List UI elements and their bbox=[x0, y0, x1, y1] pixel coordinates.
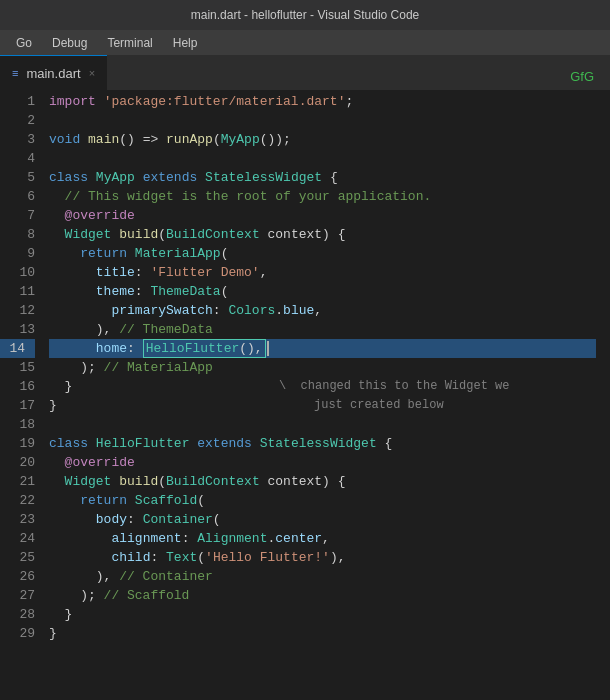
line-num-18: 18 bbox=[0, 415, 35, 434]
file-icon: ≡ bbox=[12, 67, 18, 79]
code-line-2 bbox=[49, 111, 596, 130]
menu-bar: Go Debug Terminal Help bbox=[0, 30, 610, 55]
code-line-22: return Scaffold( bbox=[49, 491, 596, 510]
code-line-3: void main() => runApp(MyApp()); bbox=[49, 130, 596, 149]
line-num-25: 25 bbox=[0, 548, 35, 567]
line-num-1: 1 bbox=[0, 92, 35, 111]
line-num-15: 15 bbox=[0, 358, 35, 377]
code-line-10: title: 'Flutter Demo', bbox=[49, 263, 596, 282]
code-line-9: return MaterialApp( bbox=[49, 244, 596, 263]
gfg-badge: GfG bbox=[570, 69, 594, 90]
code-line-21: Widget build(BuildContext context) { bbox=[49, 472, 596, 491]
code-line-4 bbox=[49, 149, 596, 168]
line-num-7: 7 bbox=[0, 206, 35, 225]
code-line-14: home: HelloFlutter(), bbox=[49, 339, 596, 358]
line-num-3: 3 bbox=[0, 130, 35, 149]
line-num-10: 10 bbox=[0, 263, 35, 282]
line-num-9: 9 bbox=[0, 244, 35, 263]
line-num-26: 26 bbox=[0, 567, 35, 586]
line-num-16: 16 bbox=[0, 377, 35, 396]
line-num-14: 14 bbox=[0, 339, 35, 358]
annotation-line1: changed this to the Widget we bbox=[301, 379, 510, 393]
menu-help[interactable]: Help bbox=[165, 34, 206, 52]
line-num-5: 5 bbox=[0, 168, 35, 187]
code-line-16: } \ changed this to the Widget we bbox=[49, 377, 596, 396]
menu-terminal[interactable]: Terminal bbox=[99, 34, 160, 52]
line-num-2: 2 bbox=[0, 111, 35, 130]
line-numbers: 1 2 3 4 5 6 7 8 9 10 11 12 13 14 15 16 1… bbox=[0, 90, 45, 700]
code-line-6: // This widget is the root of your appli… bbox=[49, 187, 596, 206]
code-line-13: ), // ThemeData bbox=[49, 320, 596, 339]
code-line-8: Widget build(BuildContext context) { bbox=[49, 225, 596, 244]
code-line-11: theme: ThemeData( bbox=[49, 282, 596, 301]
line-num-23: 23 bbox=[0, 510, 35, 529]
line-num-6: 6 bbox=[0, 187, 35, 206]
code-line-17: } just created below bbox=[49, 396, 596, 415]
line-num-24: 24 bbox=[0, 529, 35, 548]
line-num-21: 21 bbox=[0, 472, 35, 491]
editor-area: 1 2 3 4 5 6 7 8 9 10 11 12 13 14 15 16 1… bbox=[0, 90, 610, 700]
line-num-27: 27 bbox=[0, 586, 35, 605]
line-num-28: 28 bbox=[0, 605, 35, 624]
code-line-1: import 'package:flutter/material.dart'; bbox=[49, 92, 596, 111]
code-line-19: class HelloFlutter extends StatelessWidg… bbox=[49, 434, 596, 453]
line-num-20: 20 bbox=[0, 453, 35, 472]
code-line-28: } bbox=[49, 605, 596, 624]
line-num-29: 29 bbox=[0, 624, 35, 643]
menu-go[interactable]: Go bbox=[8, 34, 40, 52]
tab-bar: ≡ main.dart × GfG bbox=[0, 55, 610, 90]
code-line-15: ); // MaterialApp bbox=[49, 358, 596, 377]
line-num-4: 4 bbox=[0, 149, 35, 168]
code-line-26: ), // Container bbox=[49, 567, 596, 586]
code-line-5: class MyApp extends StatelessWidget { bbox=[49, 168, 596, 187]
line-num-13: 13 bbox=[0, 320, 35, 339]
code-content[interactable]: import 'package:flutter/material.dart'; … bbox=[45, 90, 596, 700]
tab-close-button[interactable]: × bbox=[89, 67, 95, 79]
code-line-27: ); // Scaffold bbox=[49, 586, 596, 605]
code-line-18 bbox=[49, 415, 596, 434]
code-line-24: alignment: Alignment.center, bbox=[49, 529, 596, 548]
window-title: main.dart - helloflutter - Visual Studio… bbox=[191, 8, 420, 22]
annotation-line2: just created below bbox=[314, 398, 444, 412]
line-num-12: 12 bbox=[0, 301, 35, 320]
line-num-19: 19 bbox=[0, 434, 35, 453]
code-line-29: } bbox=[49, 624, 596, 643]
menu-debug[interactable]: Debug bbox=[44, 34, 95, 52]
line-num-8: 8 bbox=[0, 225, 35, 244]
code-line-23: body: Container( bbox=[49, 510, 596, 529]
code-line-20: @override bbox=[49, 453, 596, 472]
code-line-7: @override bbox=[49, 206, 596, 225]
code-line-12: primarySwatch: Colors.blue, bbox=[49, 301, 596, 320]
title-bar: main.dart - helloflutter - Visual Studio… bbox=[0, 0, 610, 30]
line-num-17: 17 bbox=[0, 396, 35, 415]
line-num-22: 22 bbox=[0, 491, 35, 510]
scrollbar[interactable] bbox=[596, 90, 610, 700]
code-line-25: child: Text('Hello Flutter!'), bbox=[49, 548, 596, 567]
line-num-11: 11 bbox=[0, 282, 35, 301]
tab-label: main.dart bbox=[26, 66, 80, 81]
tab-main-dart[interactable]: ≡ main.dart × bbox=[0, 55, 107, 90]
